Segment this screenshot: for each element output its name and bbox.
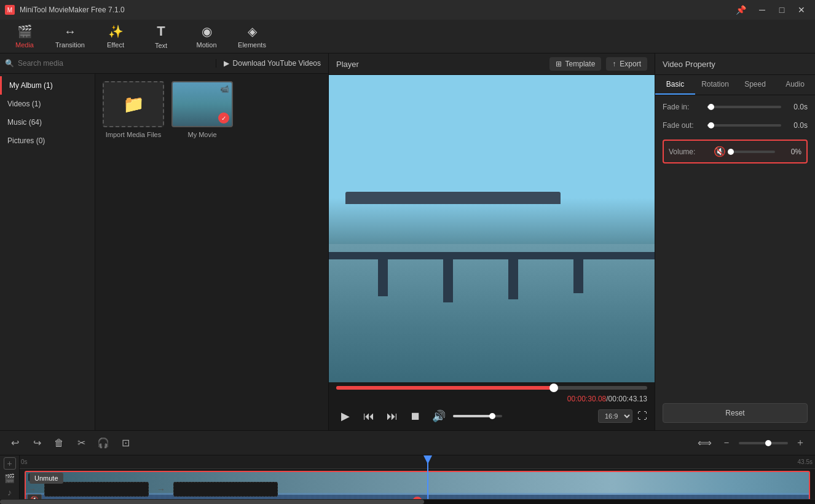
template-button[interactable]: ⊞ Template bbox=[549, 57, 602, 71]
movie-label: My Movie bbox=[187, 131, 216, 138]
my-movie-card[interactable]: 📹 ✓ My Movie bbox=[171, 81, 233, 138]
search-input[interactable] bbox=[18, 59, 211, 68]
import-media-card[interactable]: 📁 Import Media Files bbox=[103, 81, 164, 138]
export-label: Export bbox=[620, 60, 641, 68]
player-header-buttons: ⊞ Template ↑ Export bbox=[549, 57, 647, 71]
volume-label: Volume: bbox=[669, 148, 709, 156]
reset-button[interactable]: Reset bbox=[663, 403, 808, 423]
toolbar-effect[interactable]: ✨ Effect bbox=[93, 21, 138, 52]
player-progress-area bbox=[329, 382, 655, 393]
player-title: Player bbox=[336, 60, 359, 69]
video-track-icon: 🎬 bbox=[4, 473, 15, 483]
ruler-start: 0s bbox=[21, 459, 28, 465]
fullscreen-button[interactable]: ⛶ bbox=[637, 411, 647, 422]
secondary-tracks: → → bbox=[20, 481, 815, 498]
property-panel-title: Video Property bbox=[655, 53, 815, 75]
audio-button[interactable]: 🎧 bbox=[93, 433, 113, 453]
aspect-ratio-select[interactable]: 16:9 4:3 1:1 bbox=[598, 409, 632, 423]
motion-label: Motion bbox=[196, 41, 216, 49]
volume-property-slider[interactable] bbox=[731, 151, 775, 153]
media-grid: 📁 Import Media Files 📹 ✓ My Movie bbox=[95, 74, 328, 430]
player-controls: ▶ ⏮ ⏭ ⏹ 🔊 16:9 4:3 1:1 ⛶ bbox=[329, 404, 655, 430]
close-button[interactable]: ✕ bbox=[793, 4, 810, 16]
pin-icon[interactable]: 📌 bbox=[736, 5, 746, 15]
template-icon: ⊞ bbox=[556, 60, 562, 68]
volume-value: 0% bbox=[780, 148, 801, 156]
search-icon: 🔍 bbox=[5, 59, 14, 68]
fade-out-handle[interactable] bbox=[708, 122, 714, 128]
toolbar-motion[interactable]: ◉ Motion bbox=[184, 21, 229, 52]
album-item-music[interactable]: Music (64) bbox=[0, 113, 95, 132]
timeline-ruler: 0s 43.5s bbox=[20, 455, 815, 469]
stop-button[interactable]: ⏹ bbox=[406, 407, 425, 425]
fit-button[interactable]: ⟺ bbox=[695, 433, 714, 453]
main-area: 🔍 ▶ Download YouTube Videos My Album (1)… bbox=[0, 53, 815, 430]
progress-handle[interactable] bbox=[549, 384, 558, 392]
next-frame-button[interactable]: ⏭ bbox=[383, 407, 401, 425]
fade-out-label: Fade out: bbox=[663, 121, 703, 130]
add-media-button[interactable]: + bbox=[4, 457, 16, 470]
fade-out-slider[interactable] bbox=[707, 124, 781, 127]
toolbar-transition[interactable]: ↔ Transition bbox=[48, 21, 92, 52]
scrollbar-thumb[interactable] bbox=[0, 500, 424, 504]
timeline-right-controls: ⟺ － ＋ bbox=[695, 433, 810, 453]
minimize-button[interactable]: ─ bbox=[754, 4, 771, 16]
undo-button[interactable]: ↩ bbox=[5, 433, 25, 453]
tab-speed[interactable]: Speed bbox=[735, 75, 775, 95]
tab-rotation[interactable]: Rotation bbox=[695, 75, 735, 95]
redo-button[interactable]: ↪ bbox=[27, 433, 47, 453]
volume-handle[interactable] bbox=[489, 413, 495, 419]
mute-icon[interactable]: 🔇 bbox=[714, 146, 726, 157]
volume-button[interactable]: 🔊 bbox=[430, 407, 448, 425]
split-button[interactable]: ✂ bbox=[71, 433, 91, 453]
media-header: 🔍 ▶ Download YouTube Videos bbox=[0, 53, 328, 74]
reset-button-area: Reset bbox=[655, 396, 815, 430]
timeline-area: ↩ ↪ 🗑 ✂ 🎧 ⊡ ⟺ － ＋ + 🎬 ♪ 0s 43.5s bbox=[0, 430, 815, 504]
property-panel: Video Property Basic Rotation Speed Audi… bbox=[655, 53, 815, 430]
toolbar-media[interactable]: 🎬 Media bbox=[2, 21, 47, 52]
tab-audio[interactable]: Audio bbox=[775, 75, 815, 95]
volume-row: Volume: 🔇 0% bbox=[663, 140, 808, 163]
crop-button[interactable]: ⊡ bbox=[116, 433, 135, 453]
delete-button[interactable]: 🗑 bbox=[49, 433, 69, 453]
effect-label: Effect bbox=[107, 41, 124, 49]
text-icon: T bbox=[157, 23, 165, 39]
youtube-icon: ▶ bbox=[224, 59, 229, 68]
fade-in-slider[interactable] bbox=[707, 106, 781, 108]
play-button[interactable]: ▶ bbox=[336, 407, 355, 425]
toolbar-text[interactable]: T Text bbox=[139, 21, 183, 52]
album-item-my-album[interactable]: My Album (1) bbox=[0, 76, 95, 95]
fade-in-handle[interactable] bbox=[708, 104, 714, 110]
volume-slider[interactable] bbox=[453, 415, 502, 417]
progress-bar[interactable] bbox=[336, 386, 647, 390]
album-item-videos[interactable]: Videos (1) bbox=[0, 95, 95, 113]
toolbar-elements[interactable]: ◈ Elements bbox=[230, 21, 274, 52]
prev-frame-button[interactable]: ⏮ bbox=[360, 407, 378, 425]
zoom-slider[interactable] bbox=[739, 442, 788, 444]
import-thumb: 📁 bbox=[103, 81, 164, 127]
zoom-out-button[interactable]: － bbox=[717, 433, 736, 453]
album-list: My Album (1) Videos (1) Music (64) Pictu… bbox=[0, 74, 95, 430]
volume-property-handle[interactable] bbox=[728, 149, 734, 155]
download-youtube-button[interactable]: ▶ Download YouTube Videos bbox=[216, 59, 328, 68]
playhead[interactable] bbox=[427, 455, 428, 499]
media-sidebar: My Album (1) Videos (1) Music (64) Pictu… bbox=[0, 74, 328, 430]
album-item-pictures[interactable]: Pictures (0) bbox=[0, 132, 95, 150]
folder-icon: 📁 bbox=[123, 94, 144, 114]
tab-basic[interactable]: Basic bbox=[655, 75, 695, 95]
check-icon: ✓ bbox=[218, 112, 229, 124]
property-tabs: Basic Rotation Speed Audio bbox=[655, 75, 815, 95]
volume-fill bbox=[453, 415, 492, 417]
current-time: 00:00:30.08 bbox=[567, 395, 606, 403]
maximize-button[interactable]: □ bbox=[773, 4, 790, 16]
mute-button[interactable]: 🔇 bbox=[27, 494, 42, 499]
video-preview bbox=[329, 75, 655, 382]
export-button[interactable]: ↑ Export bbox=[606, 57, 647, 71]
timeline-scrollbar[interactable] bbox=[0, 499, 815, 504]
zoom-in-button[interactable]: ＋ bbox=[790, 433, 810, 453]
media-icon: 🎬 bbox=[17, 24, 33, 39]
timeline-tracks: + 🎬 ♪ 0s 43.5s 43.5s 🔇 bbox=[0, 455, 815, 499]
zoom-handle[interactable] bbox=[765, 440, 771, 446]
transition-icon: ↔ bbox=[64, 25, 76, 39]
download-label: Download YouTube Videos bbox=[233, 59, 321, 68]
